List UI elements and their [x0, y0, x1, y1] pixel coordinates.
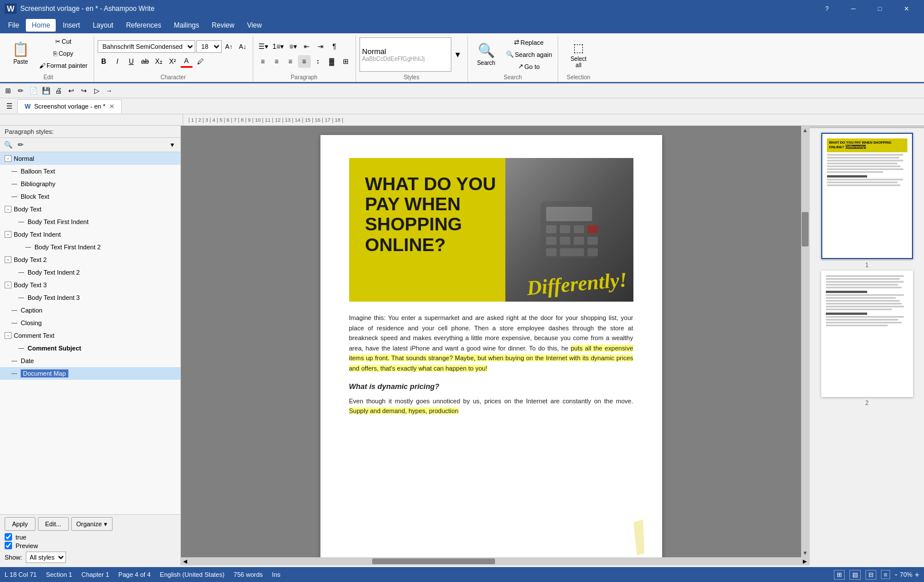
scroll-up-arrow[interactable]: ▲ — [801, 126, 809, 134]
style-item-caption[interactable]: Caption — [0, 304, 180, 317]
scroll-down-arrow[interactable]: ▼ — [801, 549, 809, 557]
horizontal-scrollbar[interactable]: ◀ ▶ — [181, 557, 809, 565]
qa-redo-button[interactable]: ↪ — [78, 85, 90, 97]
decrease-indent-button[interactable]: ⇤ — [300, 40, 313, 53]
doc-tab-close[interactable]: ✕ — [109, 103, 114, 110]
paste-button[interactable]: 📋 Paste — [7, 36, 34, 70]
style-item-balloon[interactable]: Balloon Text — [0, 165, 180, 178]
strikethrough-button[interactable]: ab — [139, 55, 152, 68]
menu-view[interactable]: View — [241, 19, 268, 32]
style-item-bodytextindent2[interactable]: Body Text Indent 2 — [0, 266, 180, 279]
document-tab[interactable]: W Screenshot vorlage - en * ✕ — [17, 99, 122, 113]
style-item-bodytext[interactable]: - Body Text — [0, 203, 180, 215]
expand-bodytext3[interactable]: - — [5, 282, 11, 288]
expand-bodytextindent[interactable]: - — [5, 231, 11, 238]
menu-file[interactable]: File — [2, 19, 25, 32]
apply-button[interactable]: Apply — [5, 517, 36, 531]
style-item-commenttext[interactable]: - Comment Text — [0, 329, 180, 342]
underline-button[interactable]: U — [125, 55, 138, 68]
line-spacing-button[interactable]: ↕ — [312, 55, 324, 68]
style-item-normal[interactable]: - Normal — [0, 152, 180, 165]
style-item-date[interactable]: Date — [0, 354, 180, 367]
copy-button[interactable]: ⎘ Copy — [37, 48, 90, 59]
view-web-button[interactable]: ⊟ — [865, 570, 876, 580]
restore-button[interactable]: □ — [867, 0, 893, 17]
style-item-bodytext2[interactable]: - Body Text 2 — [0, 253, 180, 266]
minimize-button[interactable]: ─ — [840, 0, 867, 17]
menu-layout[interactable]: Layout — [87, 19, 119, 32]
style-item-bodyfirstindent2[interactable]: Body Text First Indent 2 — [0, 241, 180, 253]
align-justify-button[interactable]: ≡ — [298, 55, 311, 68]
font-color-button[interactable]: A — [180, 55, 193, 68]
number-list-button[interactable]: 1≡▾ — [271, 40, 286, 53]
menu-review[interactable]: Review — [206, 19, 240, 32]
style-item-bodytextindent3[interactable]: Body Text Indent 3 — [0, 291, 180, 304]
expand-bodytext2[interactable]: - — [5, 256, 11, 263]
select-all-button[interactable]: ⬚ Select all — [563, 38, 593, 70]
qa-grid-button[interactable]: ⊞ — [2, 85, 14, 97]
expand-bodytext[interactable]: - — [5, 206, 11, 213]
expand-normal[interactable]: - — [5, 155, 11, 162]
align-center-button[interactable]: ≡ — [270, 55, 283, 68]
shading-button[interactable]: ▓ — [326, 55, 338, 68]
font-shrink-button[interactable]: A↓ — [237, 40, 249, 53]
show-marks-button[interactable]: ¶ — [328, 40, 341, 53]
doc-area[interactable]: WHAT DO YOU PAY WHEN SHOPPING ONLINE? Di… — [181, 126, 801, 557]
panel-search-icon-btn[interactable]: 🔍 — [2, 139, 14, 151]
style-item-commentsubject[interactable]: Comment Subject — [0, 342, 180, 354]
show-select[interactable]: All styles — [26, 552, 66, 563]
thumb-page-2[interactable] — [821, 271, 913, 397]
thumb-page-1[interactable]: WHAT DO YOU PAY WHEN SHOPPING ONLINE? Di… — [821, 133, 913, 259]
bullet-list-button[interactable]: ☰▾ — [257, 40, 270, 53]
replace-button[interactable]: ⇄ Replace — [504, 37, 555, 48]
vertical-scrollbar[interactable]: ▲ ▼ — [801, 126, 809, 557]
styles-box[interactable]: Normal AaBbCcDdEeFfGgHhIiJj — [359, 37, 451, 72]
align-right-button[interactable]: ≡ — [284, 55, 297, 68]
format-painter-button[interactable]: 🖌 Format painter — [37, 60, 90, 71]
style-item-bodytext3[interactable]: - Body Text 3 — [0, 279, 180, 291]
panel-edit-icon-btn[interactable]: ✏ — [15, 139, 26, 151]
search-again-button[interactable]: 🔍 Search again — [504, 49, 555, 60]
view-layout-button[interactable]: ▤ — [849, 570, 861, 580]
qa-forward-button[interactable]: → — [103, 85, 115, 97]
qa-undo-button[interactable]: ↩ — [65, 85, 77, 97]
style-item-bodytextfirstindent[interactable]: Body Text First Indent — [0, 215, 180, 228]
qa-page-button[interactable]: 📄 — [28, 85, 39, 97]
style-item-block[interactable]: Block Text — [0, 190, 180, 203]
qa-run-button[interactable]: ▷ — [91, 85, 102, 97]
zoom-out-button[interactable]: - — [895, 570, 898, 579]
styles-expand-button[interactable]: ▾ — [451, 37, 464, 72]
help-button[interactable]: ? — [814, 0, 840, 17]
cut-button[interactable]: ✂ Cut — [37, 36, 90, 47]
qa-edit-button[interactable]: ✏ — [15, 85, 26, 97]
menu-mailings[interactable]: Mailings — [168, 19, 205, 32]
close-button[interactable]: ✕ — [893, 0, 919, 17]
bold-button[interactable]: B — [98, 55, 110, 68]
view-outline-button[interactable]: ≡ — [881, 570, 890, 579]
search-button[interactable]: 🔍 Search — [471, 38, 501, 70]
qa-print-button[interactable]: 🖨 — [53, 85, 64, 97]
style-item-documentmap[interactable]: Document Map — [0, 367, 180, 380]
view-normal-button[interactable]: ⊞ — [834, 570, 845, 580]
highlight-button[interactable]: 🖊 — [194, 55, 207, 68]
menu-references[interactable]: References — [120, 19, 167, 32]
zoom-in-button[interactable]: + — [915, 570, 919, 579]
go-to-button[interactable]: ↗ Go to — [504, 61, 555, 72]
organize-button[interactable]: Organize ▾ — [71, 517, 113, 531]
font-size-select[interactable]: 18 — [196, 40, 222, 53]
panel-dropdown-btn[interactable]: ▾ — [167, 139, 178, 151]
expand-commenttext[interactable]: - — [5, 332, 11, 339]
align-left-button[interactable]: ≡ — [257, 55, 269, 68]
preview-checkbox[interactable] — [5, 542, 12, 549]
style-item-bibliography[interactable]: Bibliography — [0, 178, 180, 190]
menu-home[interactable]: Home — [26, 19, 56, 32]
sidebar-toggle-button[interactable]: ☰ — [3, 101, 15, 112]
multilevel-list-button[interactable]: ≡▾ — [287, 40, 299, 53]
font-name-select[interactable]: Bahnschrift SemiCondensed — [98, 40, 195, 53]
style-item-closing[interactable]: Closing — [0, 317, 180, 329]
scroll-right-arrow[interactable]: ▶ — [803, 558, 807, 564]
scroll-left-arrow[interactable]: ◀ — [183, 558, 187, 564]
italic-button[interactable]: I — [111, 55, 124, 68]
borders-button[interactable]: ⊞ — [339, 55, 352, 68]
font-grow-button[interactable]: A↑ — [223, 40, 235, 53]
